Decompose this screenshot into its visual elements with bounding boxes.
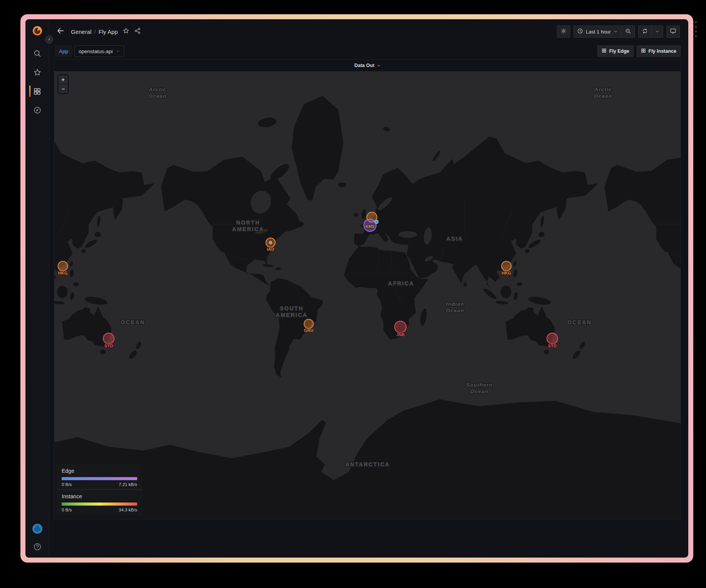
refresh-interval-dropdown[interactable]: [652, 26, 663, 37]
help-icon[interactable]: [33, 542, 42, 551]
zoom-out-time-button[interactable]: [622, 26, 635, 37]
fly-edge-label: Fly Edge: [609, 49, 629, 54]
map-place-label: ArcticOcean: [148, 87, 166, 99]
map-legend: Edge 0 B/s 7.21 kB/s Instance: [57, 464, 142, 515]
chevron-down-icon: [614, 29, 618, 35]
map-place-label: SOUTHAMERICA: [276, 305, 308, 318]
toolbar: Last 1 hour: [557, 25, 680, 38]
map-place-label: OCEAN: [121, 319, 145, 325]
back-arrow-icon[interactable]: [56, 27, 65, 37]
sidebar-bottom: [32, 523, 43, 551]
breadcrumb: General / Fly App: [71, 28, 118, 35]
breadcrumb-separator: /: [94, 28, 96, 35]
map-place-label: AFRICA: [388, 280, 414, 286]
chevron-down-icon: [377, 62, 381, 69]
view-links: Fly Edge Fly Instance: [597, 45, 681, 57]
top-navbar: General / Fly App: [49, 19, 688, 44]
dashboard-controls-row: App openstatus-api: [49, 44, 688, 59]
clock-icon: [577, 28, 583, 35]
star-dashboard-icon[interactable]: [123, 27, 129, 36]
variable-app-dropdown[interactable]: openstatus-api: [74, 45, 124, 57]
sidebar: [25, 19, 49, 558]
breadcrumb-root[interactable]: General: [71, 28, 91, 35]
map-place-label: ASIA: [446, 236, 463, 242]
legend-section-instance: Instance 0 B/s 34.3 kB/s: [57, 489, 142, 515]
sidebar-item-explore[interactable]: [25, 106, 49, 115]
dashboards-grid-icon: [33, 87, 42, 96]
sidebar-item-starred[interactable]: [25, 68, 49, 77]
grid-icon: [602, 48, 607, 54]
map-place-label: SouthernOcean: [466, 382, 493, 394]
map-zoom-in-button[interactable]: +: [58, 75, 68, 84]
frame-decoration-dots: [695, 22, 697, 37]
gear-icon: [560, 28, 567, 35]
screenshot-stage: › General / Fly App: [0, 0, 706, 588]
legend-max: 34.3 kB/s: [119, 508, 137, 512]
geomap-panel: Data Out: [54, 59, 681, 519]
world-map[interactable]: AMSIADHKGGRUJNBSYD ArcticOceanArcticOcea…: [54, 71, 681, 519]
window-frame: › General / Fly App: [20, 14, 693, 563]
map-place-label: IndianOcean: [446, 301, 464, 313]
map-place-label: OCEAN: [567, 319, 592, 325]
chevron-down-icon: [655, 29, 659, 35]
sidebar-expand-button[interactable]: ›: [45, 35, 53, 44]
grafana-logo-icon[interactable]: [32, 25, 43, 37]
tv-mode-button[interactable]: [666, 25, 680, 38]
compass-icon: [33, 106, 42, 115]
legend-title: Instance: [62, 493, 137, 499]
map-place-label: ArcticOcean: [594, 87, 612, 99]
sidebar-nav: [25, 49, 49, 115]
legend-section-edge: Edge 0 B/s 7.21 kB/s: [57, 464, 142, 489]
dashboard-settings-button[interactable]: [557, 25, 570, 38]
fly-edge-button[interactable]: Fly Edge: [597, 45, 634, 57]
sidebar-item-search[interactable]: [25, 49, 49, 58]
share-icon[interactable]: [134, 27, 141, 36]
monitor-icon: [670, 28, 676, 35]
legend-gradient-bar: [62, 477, 137, 480]
fly-instance-button[interactable]: Fly Instance: [637, 45, 681, 57]
map-zoom-out-button[interactable]: −: [58, 84, 68, 93]
variable-app-value: openstatus-api: [79, 49, 113, 54]
map-zoom-control: + −: [58, 75, 68, 93]
map-place-label: ANTARCTICA: [345, 461, 390, 467]
fly-instance-label: Fly Instance: [649, 49, 676, 54]
panel-header[interactable]: Data Out: [54, 60, 681, 71]
legend-gradient-bar: [62, 503, 137, 506]
main-area: General / Fly App: [49, 19, 688, 558]
search-icon: [33, 49, 42, 58]
legend-min: 0 B/s: [62, 482, 72, 487]
chevron-down-icon: [116, 49, 120, 54]
magnifier-minus-icon: [625, 28, 631, 35]
legend-max: 7.21 kB/s: [119, 482, 137, 487]
map-place-label: NORTHAMERICA: [232, 219, 264, 232]
time-range-group: Last 1 hour: [573, 25, 635, 38]
sidebar-item-dashboards[interactable]: [25, 87, 49, 96]
refresh-group: [638, 25, 663, 38]
refresh-icon: [642, 28, 648, 35]
grafana-window: › General / Fly App: [25, 19, 688, 558]
star-icon: [33, 68, 42, 77]
time-range-picker[interactable]: Last 1 hour: [574, 26, 621, 37]
legend-title: Edge: [62, 468, 137, 474]
panel-title: Data Out: [354, 63, 374, 68]
breadcrumb-page: Fly App: [99, 28, 118, 35]
refresh-button[interactable]: [639, 26, 651, 37]
variable-app-label: App: [55, 45, 72, 57]
legend-min: 0 B/s: [62, 508, 72, 512]
grid-icon: [641, 48, 646, 54]
user-avatar[interactable]: [32, 523, 43, 534]
time-range-label: Last 1 hour: [586, 29, 611, 35]
